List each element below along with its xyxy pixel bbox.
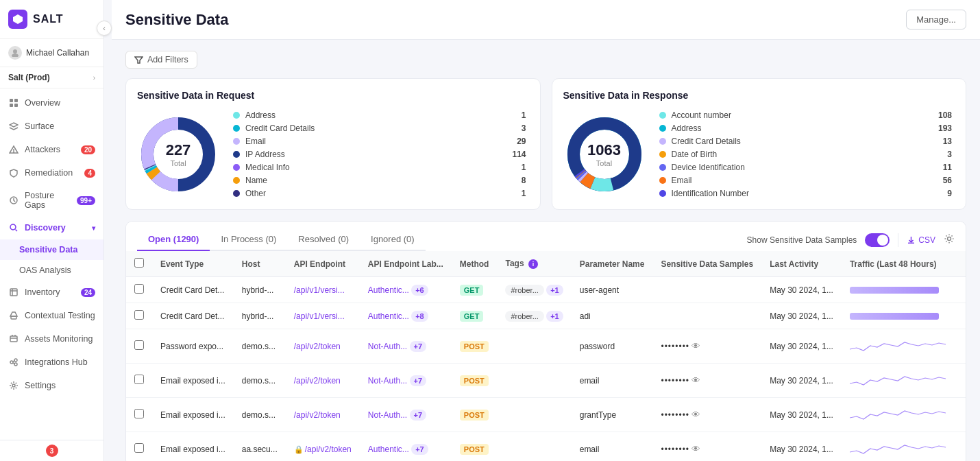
env-selector[interactable]: Salt (Prod) › (0, 67, 103, 88)
response-total-label: Total (587, 159, 621, 167)
select-all-checkbox[interactable] (134, 258, 144, 268)
col-tags: Tags i (497, 251, 571, 277)
api-endpoint-link[interactable]: /api/v1/versi... (294, 311, 345, 321)
content-area: Add Filters Sensitive Data in Request (112, 40, 980, 461)
tab-resolved[interactable]: Resolved (0) (287, 228, 360, 251)
eye-icon[interactable]: 👁 (691, 341, 700, 351)
label-link[interactable]: Authentic... (368, 445, 409, 454)
row-more[interactable]: ⋮ (954, 329, 966, 364)
row-checkbox[interactable] (134, 409, 144, 418)
table-row: Credit Card Det... hybrid-... /api/v1/ve… (126, 303, 966, 329)
sidebar-item-inventory[interactable]: Inventory 24 (0, 281, 103, 304)
param-name: email (572, 432, 653, 462)
csv-button[interactable]: CSV (907, 235, 935, 245)
api-endpoint: 🔒/api/v2/token (286, 432, 360, 462)
row-more[interactable]: ⋮ (954, 398, 966, 432)
event-type: Email exposed i... (152, 364, 234, 398)
label-link[interactable]: Not-Auth... (368, 342, 407, 351)
event-type: Email exposed i... (152, 432, 234, 462)
sidebar-item-settings[interactable]: Settings (0, 374, 103, 397)
last-activity: May 30 2024, 1... (761, 432, 842, 462)
collapse-sidebar-button[interactable]: ‹ (97, 21, 112, 36)
tags-info-icon: i (528, 259, 538, 269)
manage-button[interactable]: Manage... (906, 10, 966, 29)
api-endpoint-link[interactable]: /api/v2/token (294, 342, 341, 351)
request-chart-content: 227 Total Address 1 Credit Card Details … (137, 110, 529, 198)
sensitive-samples-toggle[interactable] (865, 233, 890, 247)
method: POST (452, 329, 498, 364)
col-event-type: Event Type (152, 251, 234, 277)
eye-icon[interactable]: 👁 (691, 444, 700, 454)
table-settings-button[interactable] (944, 233, 955, 247)
more-button[interactable]: ⋮ (962, 309, 966, 322)
row-more[interactable]: ⋮ (954, 364, 966, 398)
sidebar-item-contextual-testing[interactable]: Contextual Testing (0, 304, 103, 327)
more-button[interactable]: ⋮ (962, 374, 966, 387)
legend-item: Device Identification 11 (659, 163, 953, 172)
legend-dot (233, 151, 240, 158)
sidebar-item-surface[interactable]: Surface (0, 115, 103, 138)
api-endpoint-link[interactable]: /api/v2/token (294, 410, 341, 420)
row-checkbox[interactable] (134, 375, 144, 384)
add-filters-button[interactable]: Add Filters (125, 51, 197, 69)
tags (497, 364, 571, 398)
sidebar-item-integrations[interactable]: Integrations Hub (0, 351, 103, 374)
method-badge: POST (460, 410, 489, 421)
more-button[interactable]: ⋮ (962, 283, 966, 296)
table-body: Credit Card Det... hybrid-... /api/v1/ve… (126, 277, 966, 462)
col-method: Method (452, 251, 498, 277)
eye-icon[interactable]: 👁 (691, 410, 700, 420)
svg-rect-6 (14, 104, 18, 107)
row-more[interactable]: ⋮ (954, 432, 966, 462)
label-link[interactable]: Authentic... (368, 285, 409, 295)
param-name: password (572, 329, 653, 364)
more-button[interactable]: ⋮ (962, 340, 966, 353)
layers-icon (8, 121, 19, 132)
legend-value: 56 (931, 176, 952, 185)
traffic (842, 303, 954, 329)
col-host: Host (234, 251, 286, 277)
tab-ignored[interactable]: Ignored (0) (360, 228, 426, 251)
legend-label: Other (245, 189, 500, 198)
row-checkbox[interactable] (134, 340, 144, 350)
label-link[interactable]: Not-Auth... (368, 410, 407, 420)
api-endpoint-link[interactable]: /api/v1/versi... (294, 285, 345, 295)
response-donut: 1063 Total (563, 113, 646, 196)
sidebar-item-attackers[interactable]: Attackers 20 (0, 138, 103, 161)
label-link[interactable]: Authentic... (368, 311, 409, 321)
sidebar-item-posture-gaps[interactable]: Posture Gaps 99+ (0, 185, 103, 216)
row-more[interactable]: ⋮ (954, 303, 966, 329)
more-button[interactable]: ⋮ (962, 408, 966, 421)
eye-icon[interactable]: 👁 (691, 375, 700, 386)
sidebar-item-overview[interactable]: Overview (0, 91, 103, 115)
method: POST (452, 398, 498, 432)
legend-dot (659, 151, 666, 158)
api-endpoint-link[interactable]: /api/v2/token (294, 376, 341, 386)
sidebar-item-assets-monitoring[interactable]: Assets Monitoring (0, 327, 103, 351)
api-endpoint-link[interactable]: /api/v2/token (305, 445, 352, 454)
charts-row: Sensitive Data in Request (125, 78, 966, 210)
row-checkbox[interactable] (134, 310, 144, 320)
more-button[interactable]: ⋮ (962, 442, 966, 456)
sidebar-item-sensitive-data[interactable]: Sensitive Data (0, 239, 103, 260)
tags (497, 432, 571, 462)
api-endpoint-label: Not-Auth... +7 (360, 329, 452, 364)
discovery-label: Discovery (25, 223, 66, 233)
response-total: 1063 (587, 141, 621, 159)
row-more[interactable]: ⋮ (954, 277, 966, 303)
testing-icon (8, 310, 19, 321)
sidebar-item-remediation[interactable]: Remediation 4 (0, 161, 103, 185)
user-info[interactable]: Michael Callahan (0, 39, 103, 67)
discovery-header[interactable]: Discovery ▾ (0, 216, 103, 239)
sidebar-item-oas-analysis[interactable]: OAS Analysis (0, 260, 103, 281)
tab-in-process[interactable]: In Process (0) (210, 228, 287, 251)
sensitive-data-label: Sensitive Data (19, 245, 77, 255)
sidebar-item-label: Overview (25, 98, 60, 108)
row-checkbox[interactable] (134, 443, 144, 453)
traffic-sparkline-svg (850, 370, 946, 389)
tab-open[interactable]: Open (1290) (137, 228, 210, 251)
legend-dot (659, 138, 666, 145)
label-link[interactable]: Not-Auth... (368, 376, 407, 386)
row-checkbox[interactable] (134, 284, 144, 294)
tag: #rober... (505, 311, 543, 322)
